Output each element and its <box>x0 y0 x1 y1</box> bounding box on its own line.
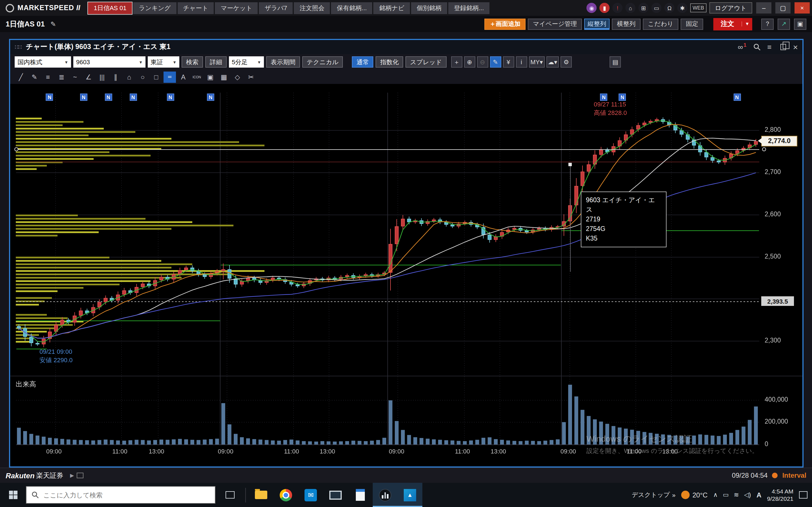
marker-pen-tool-icon[interactable]: ✎ <box>28 71 41 82</box>
chart-area[interactable]: 09/27 11:15 高値 2828.0 09/21 09:00 安値 229… <box>10 84 802 466</box>
weather-widget[interactable]: 20°C <box>681 491 708 499</box>
feed-toggle-icon[interactable]: ▶ <box>70 473 74 478</box>
action-center-icon[interactable] <box>799 491 808 499</box>
wave-tool-icon[interactable]: ~ <box>69 71 81 82</box>
mypage-manage-button[interactable]: マイページ管理 <box>528 18 582 30</box>
channel-tool-icon[interactable]: ∥ <box>109 71 122 82</box>
interval-select[interactable]: 5分足▼ <box>229 56 264 68</box>
taskbar-search[interactable] <box>26 486 215 504</box>
order-caret-icon[interactable]: ▼ <box>742 21 752 26</box>
news-marker-badge[interactable]: N <box>167 94 174 101</box>
text-tool-icon[interactable]: A <box>177 71 190 82</box>
trendline-tool-icon[interactable]: ╱ <box>15 71 27 82</box>
news-marker-badge[interactable]: N <box>619 94 626 101</box>
chart-window-titlebar[interactable]: ∷∷ チャート(単体) 9603 エイチ・アイ・エス 東1 ∞1 ≡ × <box>10 40 802 54</box>
mode-normal-button[interactable]: 通常 <box>352 56 373 68</box>
market-select[interactable]: 国内株式▼ <box>15 56 71 68</box>
news-alert-icon[interactable]: ! <box>612 3 622 13</box>
technical-button[interactable]: テクニカル <box>302 56 343 68</box>
symbol-code-combo[interactable]: ▼ <box>73 56 146 68</box>
network-icon[interactable]: ≋ <box>734 491 739 499</box>
home-icon[interactable]: ⌂ <box>625 3 636 13</box>
price-line-tool-icon[interactable]: ＝ <box>163 71 176 82</box>
minimize-button[interactable]: – <box>756 2 771 13</box>
notes-icon[interactable] <box>348 483 373 507</box>
edit-page-name-icon[interactable]: ✎ <box>50 20 56 28</box>
news-marker-badge[interactable]: N <box>46 94 53 101</box>
logout-button[interactable]: ログアウト <box>709 2 752 13</box>
explorer-icon[interactable] <box>249 483 273 507</box>
copy-tool-icon[interactable]: ▣ <box>204 71 216 82</box>
yen-scale-icon[interactable]: ¥ <box>503 56 514 68</box>
panel-toggle-icon[interactable] <box>77 473 84 478</box>
order-button[interactable]: 注文 ▼ <box>713 18 752 30</box>
info-icon[interactable]: i <box>516 56 527 68</box>
marketspeed-taskbar-icon[interactable] <box>373 483 398 507</box>
ime-indicator[interactable]: A <box>756 491 761 499</box>
search-button[interactable]: 検索 <box>182 56 203 68</box>
drag-handle-icon[interactable]: ∷∷ <box>15 44 21 50</box>
desktop-toolbar[interactable]: デスクトップ» <box>632 491 675 499</box>
link-icon[interactable]: ∞1 <box>738 43 747 51</box>
start-button[interactable] <box>0 483 26 507</box>
polygon-tool-icon[interactable]: ⌂ <box>123 71 135 82</box>
maximize-button[interactable]: ▢ <box>775 2 791 13</box>
add-window-icon[interactable]: ⊞ <box>638 3 649 13</box>
detail-button[interactable]: 詳細 <box>205 56 227 68</box>
add-pane-icon[interactable]: ＋ <box>451 56 462 68</box>
close-chart-icon[interactable]: × <box>793 42 798 52</box>
menu-tab-0[interactable]: 1日信AS 01 <box>88 2 132 14</box>
globe-icon[interactable]: ◉ <box>587 3 597 13</box>
symbol-code-input[interactable] <box>76 59 137 65</box>
my-settings-icon[interactable]: MY▾ <box>529 56 545 68</box>
menu-tab-6[interactable]: 保有銘柄... <box>331 2 372 14</box>
layout-icon[interactable]: ▣ <box>794 18 806 30</box>
news-marker-badge[interactable]: N <box>105 94 112 101</box>
mode-indexed-button[interactable]: 指数化 <box>376 56 403 68</box>
ellipse-tool-icon[interactable]: ○ <box>137 71 149 82</box>
news-marker-badge[interactable]: N <box>207 94 214 101</box>
vertical-align-button[interactable]: 縦整列 <box>584 18 610 30</box>
web-badge[interactable]: WEB <box>690 3 706 12</box>
icon-stamp-tool-icon[interactable]: ICON <box>191 71 203 82</box>
duplicate-window-icon[interactable] <box>780 44 786 50</box>
menu-tab-5[interactable]: 注文照会 <box>294 2 330 14</box>
taskbar-search-input[interactable] <box>43 492 210 498</box>
zoom-in-icon[interactable]: ⊕ <box>464 56 475 68</box>
angle-line-tool-icon[interactable]: ∠ <box>82 71 95 82</box>
vlines-tool-icon[interactable]: ||| <box>96 71 108 82</box>
cast-icon[interactable]: ▭ <box>651 3 661 13</box>
parallel-lines-tool-icon[interactable]: ≣ <box>55 71 68 82</box>
chart-link-icon[interactable]: ↗ <box>777 18 790 30</box>
bell-icon[interactable]: Ω <box>664 3 674 13</box>
volume-icon[interactable]: ◁) <box>744 491 751 499</box>
settings-wrench-icon[interactable]: ⚙ <box>560 56 572 68</box>
stamp-tool-icon[interactable]: ▦ <box>218 71 230 82</box>
remote-desktop-icon[interactable] <box>323 483 348 507</box>
mode-spread-button[interactable]: スプレッド <box>406 56 447 68</box>
zoom-out-icon[interactable]: ⊖ <box>477 56 488 68</box>
news-marker-badge[interactable]: N <box>733 94 741 101</box>
gear-icon[interactable]: ✱ <box>677 3 688 13</box>
mail-icon[interactable]: ✉ <box>298 483 323 507</box>
menu-tab-3[interactable]: マーケット <box>215 2 258 14</box>
menu-tab-2[interactable]: チャート <box>177 2 214 14</box>
taskbar-clock[interactable]: 4:54 AM 9/28/2021 <box>767 488 794 502</box>
menu-tab-7[interactable]: 銘柄ナビ <box>373 2 410 14</box>
display-period-button[interactable]: 表示期間 <box>266 56 300 68</box>
exchange-select[interactable]: 東証▼ <box>148 56 179 68</box>
taskview-icon[interactable] <box>218 483 243 507</box>
draw-mode-icon[interactable]: ✎ <box>490 56 501 68</box>
cloud-save-icon[interactable]: ☁▾ <box>546 56 559 68</box>
display-tray-icon[interactable]: ▭ <box>723 491 729 499</box>
news-marker-badge[interactable]: N <box>130 94 137 101</box>
clear-all-tool-icon[interactable]: ✂ <box>245 71 257 82</box>
print-icon[interactable]: ▤ <box>610 56 621 68</box>
news-marker-badge[interactable]: N <box>80 94 87 101</box>
menu-tab-4[interactable]: ザラバ7 <box>259 2 293 14</box>
menu-tab-8[interactable]: 個別銘柄 <box>411 2 447 14</box>
add-screen-button[interactable]: ＋画面追加 <box>485 18 525 30</box>
horizontal-align-button[interactable]: 横整列 <box>612 18 641 30</box>
search-icon[interactable] <box>753 43 760 51</box>
eraser-tool-icon[interactable]: ◇ <box>231 71 244 82</box>
